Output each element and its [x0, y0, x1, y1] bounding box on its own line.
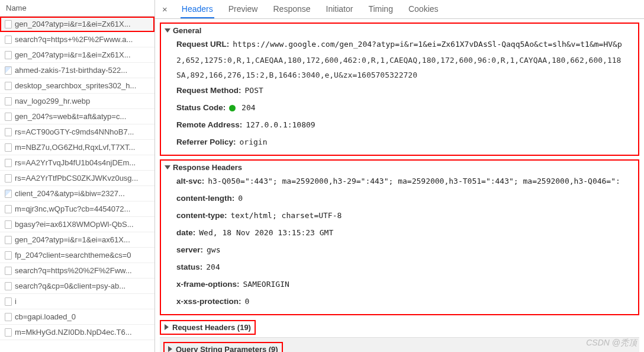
file-icon: [5, 236, 12, 244]
response-header-row: content-type:text/html; charset=UTF-8: [161, 207, 638, 225]
file-icon: [5, 190, 12, 198]
request-url-cont2: SA,892,166,276,15:2,B,1646:3040,e,U&zx=1…: [161, 68, 638, 83]
tab-timing[interactable]: Timing: [367, 1, 394, 18]
request-item[interactable]: gen_204?atyp=i&r=1&ei=ax61X...: [0, 232, 154, 248]
header-key: alt-svc:: [176, 175, 204, 188]
request-item[interactable]: desktop_searchbox_sprites302_h...: [0, 78, 154, 94]
request-item[interactable]: fp_204?client=searchtheme&cs=0: [0, 248, 154, 263]
request-item-label: i: [15, 297, 17, 306]
header-value: SAMEORIGIN: [243, 278, 289, 292]
response-header-row: alt-svc:h3-Q050=":443"; ma=2592000,h3-29…: [161, 173, 638, 190]
request-list: gen_204?atyp=i&r=1&ei=Zx61X...search?q=h…: [0, 17, 154, 352]
request-item-label: m=NBZ7u,OG6ZHd,RqxLvf,T7XT...: [15, 143, 135, 152]
header-value: h3-Q050=":443"; ma=2592000,h3-29=":443";…: [208, 175, 620, 188]
tab-headers[interactable]: Headers: [181, 1, 214, 18]
request-item[interactable]: nav_logo299_hr.webp: [0, 94, 154, 109]
request-item-label: gen_204?atyp=i&r=1&ei=Zx61X...: [15, 50, 131, 59]
response-header-row: status:204: [161, 259, 638, 276]
response-header-row: date:Wed, 18 Nov 2020 13:15:23 GMT: [161, 225, 638, 242]
file-icon: [5, 328, 12, 337]
request-item[interactable]: gen_204?atyp=i&r=1&ei=Zx61X...: [0, 17, 154, 32]
tabs-bar: × HeadersPreviewResponseInitiatorTimingC…: [155, 0, 644, 19]
header-key: date:: [176, 226, 195, 240]
status-code-value: 204: [229, 101, 255, 115]
response-header-row: content-length:0: [161, 190, 638, 207]
file-icon: [5, 143, 12, 152]
status-code-label: Status Code:: [176, 101, 226, 115]
network-request-list: Name gen_204?atyp=i&r=1&ei=Zx61X...searc…: [0, 0, 155, 352]
file-icon: [5, 267, 12, 275]
request-item-label: rs=AA2YrTvqJb4fU1b04s4njDEm...: [15, 158, 136, 167]
header-value: Wed, 18 Nov 2020 13:15:23 GMT: [199, 226, 333, 240]
request-item-label: cb=gapi.loaded_0: [15, 312, 76, 321]
response-headers-toggle[interactable]: Response Headers: [161, 162, 638, 173]
request-url-label: Request URL:: [176, 38, 229, 52]
header-value: 204: [206, 261, 220, 274]
tab-response[interactable]: Response: [272, 1, 311, 18]
request-item-label: fp_204?client=searchtheme&cs=0: [15, 251, 131, 260]
general-section: General Request URL: https://www.google.…: [160, 23, 639, 156]
request-item-label: search?q=https%20%2F%2Fww...: [15, 266, 132, 275]
file-icon: [5, 205, 12, 213]
request-item[interactable]: m=NBZ7u,OG6ZHd,RqxLvf,T7XT...: [0, 140, 154, 155]
header-value: 0: [245, 295, 250, 309]
file-icon: [5, 20, 12, 28]
section-title: Query String Parameters (9): [176, 345, 278, 352]
request-item[interactable]: m=qjr3nc,wQpTuc?cb=4454072...: [0, 201, 154, 217]
file-icon: [5, 36, 12, 44]
request-item[interactable]: search?q=https%20%2F%2Fww...: [0, 263, 154, 279]
request-item[interactable]: i: [0, 294, 154, 309]
request-item[interactable]: rs=ACT90oGTY-c9mds4NNhoB7...: [0, 124, 154, 140]
request-item[interactable]: client_204?&atyp=i&biw=2327...: [0, 186, 154, 201]
request-item[interactable]: gen_204?atyp=i&r=1&ei=Zx61X...: [0, 47, 154, 63]
request-item[interactable]: bgasy?ei=ax61X8WMOpWl-QbS...: [0, 217, 154, 232]
request-item-label: search?q&cp=0&client=psy-ab...: [15, 281, 125, 290]
file-icon: [5, 159, 12, 167]
request-headers-toggle[interactable]: Request Headers (19): [160, 320, 256, 335]
file-icon: [5, 113, 12, 121]
general-toggle[interactable]: General: [161, 25, 638, 36]
section-title: Request Headers (19): [172, 323, 251, 332]
request-item-label: client_204?&atyp=i&biw=2327...: [15, 189, 125, 198]
referrer-policy-value: origin: [240, 136, 268, 149]
response-header-row: x-xss-protection:0: [161, 293, 638, 311]
header-value: text/html; charset=UTF-8: [231, 209, 342, 223]
request-item[interactable]: gen_204?s=web&t=aft&atyp=c...: [0, 109, 154, 124]
request-item-label: bgasy?ei=ax61X8WMOpWl-QbS...: [15, 220, 134, 229]
tab-cookies[interactable]: Cookies: [407, 1, 440, 18]
file-icon: [5, 66, 12, 75]
chevron-down-icon: [165, 165, 170, 169]
request-method-label: Request Method:: [176, 84, 242, 98]
request-item[interactable]: rs=AA2YrTtfPbCS0ZKJWKvz0usg...: [0, 171, 154, 186]
request-item[interactable]: cb=gapi.loaded_0: [0, 309, 154, 325]
file-icon: [5, 97, 12, 105]
request-item[interactable]: search?q=https+%2F%2Fwww.a...: [0, 32, 154, 47]
sidebar-header: Name: [0, 0, 154, 17]
header-value: 0: [238, 192, 243, 206]
tab-content: General Request URL: https://www.google.…: [155, 19, 644, 352]
header-key: content-type:: [176, 209, 227, 223]
tab-initiator[interactable]: Initiator: [325, 1, 355, 18]
request-url-cont1: 2,652,1275:0,R,1,CAEQAA,180,172,600,462:…: [161, 53, 638, 68]
request-item-label: m=qjr3nc,wQpTuc?cb=4454072...: [15, 204, 130, 213]
query-params-toggle[interactable]: Query String Parameters (9): [163, 342, 283, 352]
request-item-label: search?q=https+%2F%2Fwww.a...: [15, 35, 133, 44]
request-method-value: POST: [245, 84, 263, 98]
file-icon: [5, 82, 12, 90]
close-icon[interactable]: ×: [160, 4, 170, 14]
request-item-label: gen_204?atyp=i&r=1&ei=ax61X...: [15, 235, 130, 244]
request-url-value: https://www.google.com/gen_204?atyp=i&r=…: [233, 38, 622, 52]
status-dot-icon: [229, 105, 236, 111]
file-icon: [5, 51, 12, 59]
chevron-right-icon: [165, 324, 169, 330]
request-item[interactable]: m=MkHyGd.NZI0Db.NpD4ec.T6...: [0, 325, 154, 340]
request-item[interactable]: ahmed-zakis-71st-birthday-522...: [0, 63, 154, 78]
request-item[interactable]: search?q&cp=0&client=psy-ab...: [0, 279, 154, 294]
file-icon: [5, 251, 12, 260]
query-params-row: Query String Parameters (9): [160, 337, 639, 352]
tab-preview[interactable]: Preview: [227, 1, 259, 18]
file-icon: [5, 313, 12, 321]
file-icon: [5, 128, 12, 136]
request-item[interactable]: rs=AA2YrTvqJb4fU1b04s4njDEm...: [0, 155, 154, 171]
request-item-label: desktop_searchbox_sprites302_h...: [15, 81, 136, 90]
